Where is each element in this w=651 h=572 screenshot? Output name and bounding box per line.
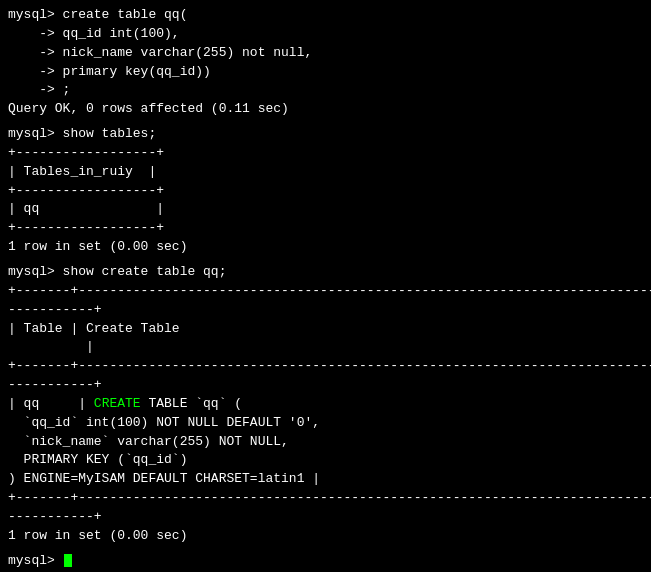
line-24: PRIMARY KEY (`qq_id`)	[8, 451, 643, 470]
line-4: -> primary key(qq_id))	[8, 63, 643, 82]
line-3: -> nick_name varchar(255) not null,	[8, 44, 643, 63]
line-11: | qq |	[8, 200, 643, 219]
line-26: +-------+-------------------------------…	[8, 489, 643, 508]
line-19: +-------+-------------------------------…	[8, 357, 643, 376]
line-8: +------------------+	[8, 144, 643, 163]
line-9: | Tables_in_ruiy |	[8, 163, 643, 182]
line-14: mysql> show create table qq;	[8, 263, 643, 282]
line-16: -----------+	[8, 301, 643, 320]
line-20: -----------+	[8, 376, 643, 395]
line-12: +------------------+	[8, 219, 643, 238]
line-22: `qq_id` int(100) NOT NULL DEFAULT '0',	[8, 414, 643, 433]
line-17: | Table | Create Table	[8, 320, 643, 339]
line-5: -> ;	[8, 81, 643, 100]
line-28: 1 row in set (0.00 sec)	[8, 527, 643, 546]
line-13: 1 row in set (0.00 sec)	[8, 238, 643, 257]
line-25: ) ENGINE=MyISAM DEFAULT CHARSET=latin1 |	[8, 470, 643, 489]
line-6: Query OK, 0 rows affected (0.11 sec)	[8, 100, 643, 119]
terminal-cursor	[64, 554, 72, 567]
line-2: -> qq_id int(100),	[8, 25, 643, 44]
line-10: +------------------+	[8, 182, 643, 201]
line-23: `nick_name` varchar(255) NOT NULL,	[8, 433, 643, 452]
line-21: | qq | CREATE TABLE `qq` (	[8, 395, 643, 414]
line-18: |	[8, 338, 643, 357]
line-7: mysql> show tables;	[8, 125, 643, 144]
line-29: mysql>	[8, 552, 643, 571]
line-1: mysql> create table qq(	[8, 6, 643, 25]
line-15: +-------+-------------------------------…	[8, 282, 643, 301]
terminal-window[interactable]: mysql> create table qq( -> qq_id int(100…	[0, 0, 651, 572]
line-27: -----------+	[8, 508, 643, 527]
